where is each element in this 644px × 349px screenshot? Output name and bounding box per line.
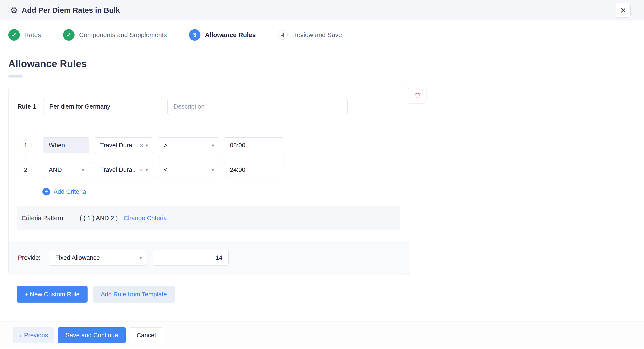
- criteria-operator-select[interactable]: > ▾: [158, 137, 219, 153]
- rule-actions: + New Custom Rule Add Rule from Template: [16, 286, 644, 303]
- criteria-pattern-value: ( ( 1 ) AND 2 ): [80, 215, 118, 222]
- check-icon: ✓: [66, 31, 72, 38]
- check-icon: ✓: [11, 31, 16, 38]
- criteria-field-select[interactable]: Travel Dura... × ▾: [94, 137, 153, 153]
- chevron-down-icon: ▾: [212, 142, 214, 148]
- provide-label: Provide:: [18, 254, 49, 261]
- step-number-badge: 4: [278, 30, 288, 40]
- gear-icon: ⚙: [10, 6, 18, 14]
- main-content: Allowance Rules Rule 1 1 When: [0, 49, 644, 303]
- criteria-number-badge: 1: [20, 139, 32, 151]
- step-review-and-save[interactable]: 4 Review and Save: [278, 30, 342, 40]
- criteria-operator-select[interactable]: < ▾: [158, 162, 219, 178]
- add-rule-from-template-button[interactable]: Add Rule from Template: [93, 286, 175, 303]
- criteria-connector-line: [26, 151, 26, 164]
- trash-icon: [414, 92, 421, 99]
- add-criteria-button[interactable]: + Add Criteria: [42, 188, 86, 195]
- delete-rule-button[interactable]: [408, 87, 426, 104]
- logic-value: AND: [49, 166, 62, 173]
- step-number-badge: 3: [189, 29, 200, 41]
- heading-underline: [8, 75, 22, 77]
- chevron-down-icon: ▾: [146, 167, 148, 173]
- criteria-row: 2 AND ▾ Travel Dura... × ▾ < ▾: [20, 162, 409, 178]
- rule-card: Rule 1 1 When Travel Dura... × ▾ > ▾: [8, 87, 409, 275]
- criteria-row: 1 When Travel Dura... × ▾ > ▾: [20, 137, 409, 153]
- criteria-pattern-bar: Criteria Pattern: ( ( 1 ) AND 2 ) Change…: [17, 206, 400, 230]
- field-value: Travel Dura...: [100, 166, 136, 173]
- close-button[interactable]: ×: [616, 3, 630, 18]
- step-done-icon: ✓: [8, 29, 20, 41]
- chevron-down-icon: ▾: [212, 167, 214, 173]
- chevron-left-icon: ‹: [19, 332, 22, 339]
- field-value: Travel Dura...: [100, 142, 136, 149]
- criteria-pattern-label: Criteria Pattern:: [22, 215, 65, 222]
- criteria-value-input[interactable]: [224, 162, 284, 178]
- rule-name-input[interactable]: [43, 98, 163, 115]
- criteria-when-box: When: [42, 137, 89, 153]
- when-label: When: [49, 142, 65, 149]
- chevron-down-icon: ▾: [146, 142, 148, 148]
- dialog-header: ⚙ Add Per Diem Rates in Bulk ×: [0, 0, 644, 20]
- step-components-and-supplements[interactable]: ✓ Components and Supplements: [63, 29, 167, 41]
- rule-index-label: Rule 1: [18, 103, 43, 110]
- save-and-continue-button[interactable]: Save and Continue: [58, 327, 126, 343]
- provide-type-select[interactable]: Fixed Allowance ▾: [49, 250, 147, 266]
- new-custom-rule-button[interactable]: + New Custom Rule: [16, 286, 88, 303]
- page-title: Allowance Rules: [8, 58, 644, 69]
- plus-icon: +: [42, 188, 50, 195]
- operator-value: <: [164, 166, 168, 173]
- criteria-number-badge: 2: [20, 164, 32, 176]
- step-label: Rates: [24, 31, 41, 38]
- step-label: Components and Supplements: [79, 31, 167, 38]
- close-icon: ×: [620, 5, 626, 15]
- chevron-down-icon: ▾: [82, 167, 84, 173]
- step-done-icon: ✓: [63, 29, 74, 41]
- change-criteria-link[interactable]: Change Criteria: [124, 215, 167, 222]
- provide-section: Provide: Fixed Allowance ▾: [8, 241, 409, 275]
- step-allowance-rules[interactable]: 3 Allowance Rules: [189, 29, 256, 41]
- previous-label: Previous: [24, 332, 48, 339]
- wizard-stepper: ✓ Rates ✓ Components and Supplements 3 A…: [0, 20, 644, 49]
- previous-button[interactable]: ‹ Previous: [13, 327, 54, 343]
- clear-icon[interactable]: ×: [139, 142, 143, 149]
- rule-description-input[interactable]: [168, 98, 348, 115]
- criteria-field-select[interactable]: Travel Dura... × ▾: [94, 162, 153, 178]
- dialog-footer: ‹ Previous Save and Continue Cancel: [0, 322, 644, 348]
- step-rates[interactable]: ✓ Rates: [8, 29, 41, 41]
- rule-name-row: Rule 1: [8, 87, 409, 115]
- chevron-down-icon: ▾: [139, 255, 142, 261]
- dialog-title: Add Per Diem Rates in Bulk: [22, 6, 120, 14]
- criteria-rows: 1 When Travel Dura... × ▾ > ▾ 2 AND: [8, 126, 409, 178]
- step-label: Review and Save: [292, 31, 342, 38]
- cancel-button[interactable]: Cancel: [129, 327, 163, 343]
- operator-value: >: [164, 142, 168, 149]
- clear-icon[interactable]: ×: [139, 167, 143, 173]
- step-label: Allowance Rules: [205, 31, 256, 38]
- add-criteria-label: Add Criteria: [54, 188, 86, 195]
- provide-type-value: Fixed Allowance: [55, 254, 100, 261]
- criteria-logic-select[interactable]: AND ▾: [42, 162, 89, 178]
- criteria-value-input[interactable]: [224, 137, 284, 153]
- provide-amount-input[interactable]: [153, 250, 228, 266]
